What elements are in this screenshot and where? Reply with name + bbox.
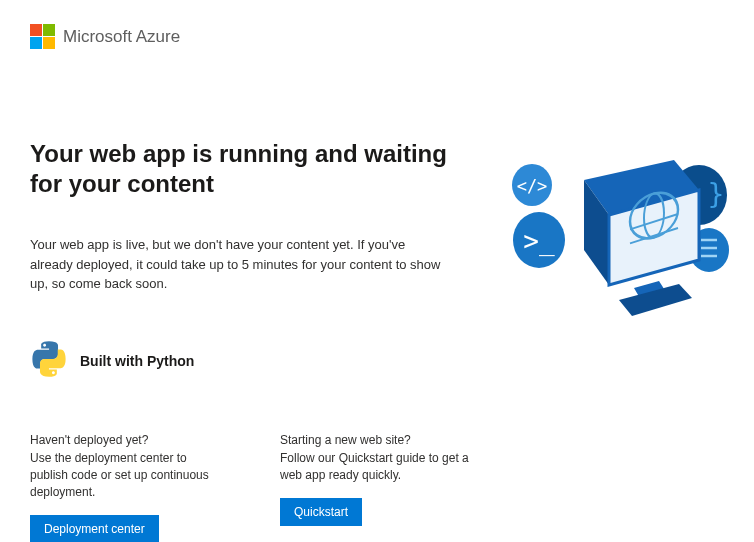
quickstart-text: Follow our Quickstart guide to get a web… [280, 450, 470, 484]
built-with-row: Built with Python [30, 340, 460, 382]
microsoft-logo-icon [30, 24, 55, 49]
deploy-text: Use the deployment center to publish cod… [30, 450, 220, 500]
python-icon [30, 340, 68, 382]
page-title: Your web app is running and waiting for … [30, 139, 460, 199]
quickstart-column: Starting a new web site? Follow our Quic… [280, 432, 470, 543]
main-content: Your web app is running and waiting for … [30, 139, 460, 542]
deploy-column: Haven't deployed yet? Use the deployment… [30, 432, 220, 543]
deployment-center-button[interactable]: Deployment center [30, 515, 159, 542]
svg-text:>_: >_ [523, 226, 555, 257]
quickstart-heading: Starting a new web site? [280, 432, 470, 449]
brand-text: Microsoft Azure [63, 27, 180, 47]
built-with-label: Built with Python [80, 353, 194, 369]
header: Microsoft Azure [30, 24, 724, 49]
server-illustration-icon: { } </> >_ [504, 140, 734, 324]
action-columns: Haven't deployed yet? Use the deployment… [30, 432, 460, 543]
deploy-heading: Haven't deployed yet? [30, 432, 220, 449]
svg-text:</>: </> [517, 176, 548, 196]
description-text: Your web app is live, but we don't have … [30, 235, 450, 294]
quickstart-button[interactable]: Quickstart [280, 498, 362, 526]
